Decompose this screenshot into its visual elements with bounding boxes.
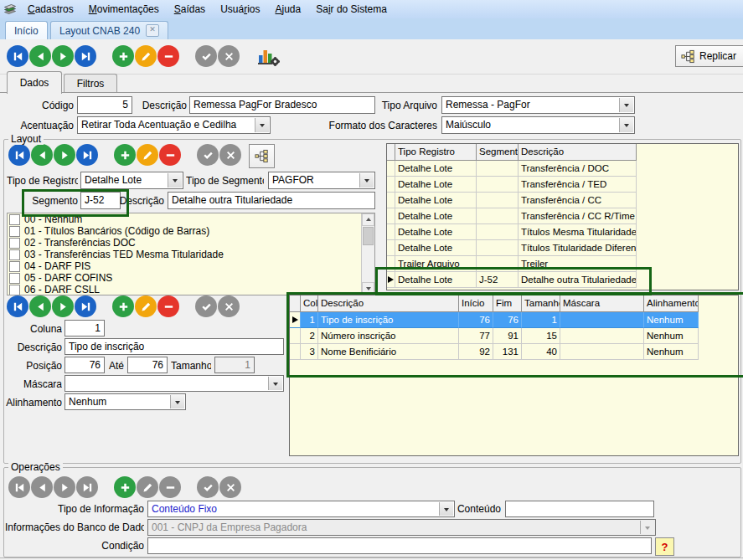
prior-record-button[interactable] — [29, 45, 51, 67]
coluna-label: Coluna — [2, 323, 62, 335]
segment-type-item-02-transferencias-do[interactable]: 02 - Transferências DOC — [8, 237, 374, 249]
coluna-descricao-input[interactable]: Tipo de inscrição — [64, 338, 284, 355]
first-record-button[interactable] — [7, 295, 28, 317]
checkbox[interactable] — [9, 249, 20, 260]
tipo-registro-select[interactable]: Detalhe Lote — [80, 172, 183, 189]
checkbox[interactable] — [9, 214, 20, 225]
table-row[interactable]: Detalhe LoteTransferência / CC — [387, 193, 637, 208]
alinhamento-select[interactable]: Nenhum — [64, 393, 186, 410]
delete-button[interactable] — [157, 295, 179, 317]
mascara-select[interactable] — [64, 375, 284, 392]
posicao-input[interactable]: 76 — [64, 357, 105, 373]
close-icon[interactable]: ✕ — [146, 24, 159, 37]
table-row[interactable]: Trailer ArquivoTreiler — [387, 256, 637, 272]
help-button[interactable]: ? — [655, 537, 674, 556]
first-icon — [12, 301, 24, 313]
edit-button[interactable] — [135, 295, 157, 317]
codigo-input[interactable]: 5 — [77, 96, 132, 114]
prior-record-button[interactable] — [31, 144, 53, 166]
segment-type-item-01-titulos-bancarios[interactable]: 01 - Títulos Bancários (Código de Barras… — [8, 225, 374, 237]
last-record-button[interactable] — [75, 295, 96, 317]
dropdown-arrow-icon[interactable] — [170, 395, 184, 408]
conteudo-input[interactable] — [505, 501, 654, 517]
next-record-button[interactable] — [52, 45, 74, 67]
segmento-descricao-input[interactable]: Detalhe outra Titulariedade — [168, 192, 375, 209]
table-row[interactable]: Detalhe LoteTransferência / DOC — [387, 161, 637, 177]
edit-button[interactable] — [137, 144, 158, 166]
table-row[interactable]: Detalhe LoteTítulos Mesma Titularidade — [387, 224, 637, 240]
next-record-button[interactable] — [52, 295, 74, 317]
prior-record-button[interactable] — [29, 295, 51, 317]
dropdown-arrow-icon[interactable] — [359, 173, 374, 188]
scroll-down-icon[interactable] — [362, 282, 374, 295]
menu-item-cadastros[interactable]: Cadastros — [20, 1, 81, 18]
coluna-input[interactable]: 1 — [64, 320, 105, 337]
tab-layout-cnab-240[interactable]: Layout CNAB 240 ✕ — [50, 21, 168, 39]
table-row[interactable]: Detalhe LoteTítulos Titularidade Diferen… — [387, 240, 637, 256]
table-row[interactable]: Detalhe LoteTransferência / TED — [387, 177, 637, 193]
checkbox[interactable] — [9, 238, 20, 249]
tipo-segmento-select[interactable]: PAGFOR — [268, 172, 375, 189]
checkbox[interactable] — [9, 261, 20, 272]
segmento-input[interactable]: J-52 — [80, 192, 121, 209]
delete-button[interactable] — [157, 45, 179, 67]
edit-button[interactable] — [135, 45, 157, 67]
menu-item-saidas[interactable]: Saídas — [167, 1, 213, 18]
descricao-input[interactable]: Remessa PagFor Bradesco — [189, 96, 375, 114]
cell-col: 1 — [301, 312, 318, 328]
checkbox[interactable] — [9, 285, 20, 295]
dropdown-arrow-icon[interactable] — [619, 118, 633, 132]
table-row[interactable]: Detalhe LoteJ-52Detalhe outra Titularied… — [387, 272, 637, 288]
condicao-input[interactable] — [147, 537, 652, 554]
scroll-up-icon[interactable] — [362, 213, 374, 226]
replicate-button[interactable]: Replicar — [675, 45, 743, 67]
cell-fim: 91 — [493, 328, 522, 344]
dropdown-arrow-icon[interactable] — [439, 502, 453, 516]
tab-dados[interactable]: Dados — [7, 71, 62, 94]
segment-type-item-label: 05 - DARF COFINS — [24, 272, 112, 284]
dropdown-arrow-icon[interactable] — [168, 173, 182, 188]
last-record-button[interactable] — [75, 45, 96, 67]
report-settings-button[interactable] — [255, 45, 281, 67]
segment-type-item-00-nenhum[interactable]: 00 - Nenhum — [8, 213, 374, 225]
segment-type-item-03-transferencias-te[interactable]: 03 - Transferências TED Mesma Titularida… — [8, 249, 374, 260]
scrollbar-thumb[interactable] — [363, 227, 374, 245]
segment-type-item-05-darf-cofins[interactable]: 05 - DARF COFINS — [8, 272, 374, 284]
list-scrollbar[interactable] — [361, 213, 374, 295]
delete-button[interactable] — [159, 144, 181, 166]
formato-caracteres-select[interactable]: Maiúsculo — [441, 116, 635, 134]
menu-item-ajuda[interactable]: Ajuda — [267, 1, 308, 18]
tipo-arquivo-select[interactable]: Remessa - PagFor — [441, 96, 635, 114]
segment-type-item-06-darf-csll[interactable]: 06 - DARF CSLL — [8, 284, 374, 295]
first-record-button[interactable] — [8, 144, 30, 166]
table-row[interactable]: Detalhe LoteTransferência / CC R/Time — [387, 208, 637, 224]
insert-button[interactable] — [112, 45, 134, 67]
checkbox[interactable] — [9, 226, 20, 237]
table-row[interactable]: 1Tipo de inscrição76761Nenhum — [290, 312, 699, 328]
tab-inicio[interactable]: Início — [5, 21, 48, 39]
dropdown-arrow-icon[interactable] — [255, 118, 269, 132]
menu-item-usuarios[interactable]: Usuários — [213, 1, 267, 18]
cell-mascara — [560, 344, 644, 360]
checkbox[interactable] — [9, 273, 20, 284]
insert-button[interactable] — [114, 144, 136, 166]
menu-item-movimentacoes[interactable]: Movimentações — [81, 1, 167, 18]
menu-item-sair-do-sistema[interactable]: Sair do Sistema — [308, 1, 395, 18]
first-record-button[interactable] — [7, 45, 28, 67]
next-record-button[interactable] — [54, 144, 75, 166]
structure-button[interactable] — [249, 144, 275, 168]
tipo-informacao-select[interactable]: Conteúdo Fixo — [147, 501, 455, 517]
dropdown-arrow-icon[interactable] — [619, 98, 633, 112]
segment-type-item-label: 06 - DARF CSLL — [24, 284, 100, 295]
table-row[interactable]: 2Número inscrição779115Nenhum — [290, 328, 699, 344]
table-row[interactable]: 3Nome Benificiário9213140Nenhum — [290, 344, 699, 360]
insert-button[interactable] — [112, 295, 134, 317]
insert-button[interactable] — [114, 476, 136, 498]
dropdown-arrow-icon[interactable] — [268, 377, 282, 390]
tab-filtros[interactable]: Filtros — [64, 74, 117, 93]
last-record-button[interactable] — [76, 144, 98, 166]
row-indicator — [290, 328, 301, 344]
segment-type-item-04-darf-pis[interactable]: 04 - DARF PIS — [8, 260, 374, 272]
ate-input[interactable]: 76 — [127, 357, 168, 373]
acentuacao-select[interactable]: Retirar Toda Acentuação e Cedilha — [77, 116, 271, 134]
